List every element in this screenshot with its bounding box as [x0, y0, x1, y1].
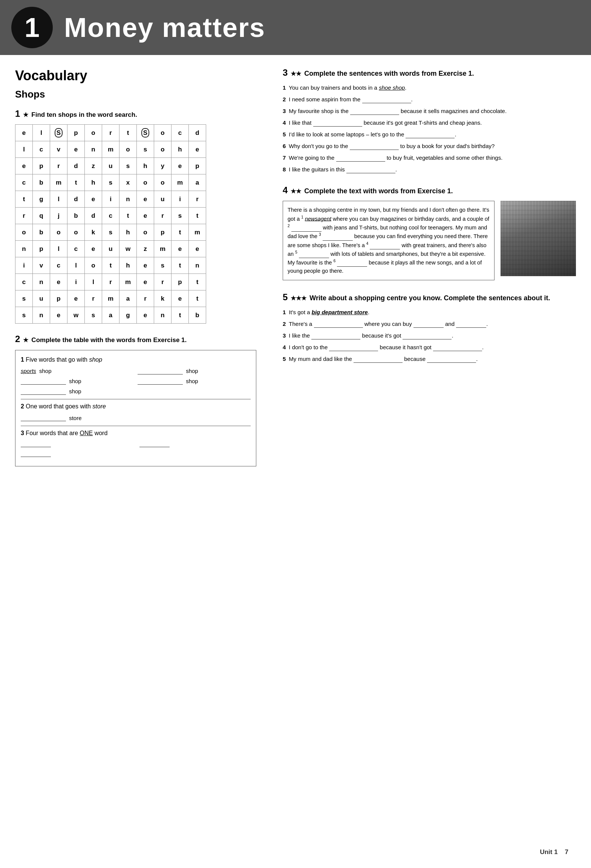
sentence-text: I like the guitars in this . — [289, 165, 576, 173]
sentence-text: I like the because it's got . — [289, 332, 576, 339]
sentence-number: 4 — [283, 119, 286, 127]
exercise-5-sentences: 1 It's got a big department store. 2 The… — [283, 308, 576, 363]
table-row: s u p e r m a r k e t — [15, 290, 206, 307]
store-row: store — [21, 414, 251, 422]
section3: 3 Four words that are ONE word — [21, 426, 251, 457]
sentence-text: I'd like to look at some laptops – let's… — [289, 130, 576, 138]
sentence-number: 2 — [283, 320, 286, 328]
exercise-3-label: 3 ★★ Complete the sentences with words f… — [283, 66, 576, 79]
shop-row-2: shop shop — [21, 377, 251, 385]
blank — [311, 333, 360, 339]
grid-cell: l — [85, 274, 102, 290]
shop-cell-3: shop — [21, 387, 251, 395]
grid-cell: o — [154, 174, 171, 191]
vocabulary-heading: Vocabulary — [15, 66, 256, 85]
grid-cell: p — [189, 158, 206, 174]
grid-cell: m — [50, 174, 67, 191]
list-item: 2 I need some aspirin from the . — [283, 95, 576, 103]
grid-cell: e — [137, 307, 154, 324]
grid-cell: s — [15, 290, 33, 307]
grid-cell: n — [119, 191, 137, 208]
grid-cell: o — [154, 141, 171, 158]
sentence-text: My favourite shop is the because it sell… — [289, 107, 576, 115]
grid-cell: g — [33, 191, 50, 208]
exercise-2: 2 ★ Complete the table with the words fr… — [15, 333, 256, 466]
grid-cell: t — [189, 208, 206, 224]
exercise-1: 1 ★ Find ten shops in the word search. e… — [15, 107, 256, 324]
grid-cell: x — [119, 174, 137, 191]
grid-cell: s — [85, 307, 102, 324]
exercise-5-title: Write about a shopping centre you know. … — [309, 293, 550, 303]
exercise-4-label: 4 ★★ Complete the text with words from E… — [283, 184, 576, 197]
grid-cell: n — [33, 307, 50, 324]
table-row: o b o o k s h o p t m — [15, 224, 206, 241]
exercise-4-number: 4 — [283, 184, 288, 197]
section2-title: 2 One word that goes with store — [21, 402, 251, 411]
sentence-number: 8 — [283, 165, 286, 173]
blank — [403, 333, 452, 339]
blank — [313, 120, 362, 127]
grid-cell: e — [67, 290, 85, 307]
grid-cell: r — [189, 191, 206, 208]
grid-cell: d — [67, 191, 85, 208]
superscript-6: 6 — [334, 259, 336, 263]
grid-cell: d — [189, 125, 206, 141]
blank — [329, 344, 378, 351]
grid-cell: c — [33, 141, 50, 158]
circled-cell: S — [55, 128, 63, 138]
blank-line — [138, 378, 183, 385]
grid-cell: t — [189, 274, 206, 290]
answer-department-store: big department store — [312, 309, 368, 315]
exercise-5: 5 ★★★ Write about a shopping centre you … — [283, 291, 576, 363]
grid-cell: u — [102, 158, 119, 174]
exercise-4-stars: ★★ — [291, 187, 301, 196]
blank — [433, 344, 482, 351]
grid-cell: n — [85, 141, 102, 158]
grid-cell: S — [50, 125, 67, 141]
grid-cell: y — [154, 158, 171, 174]
blank — [291, 225, 322, 232]
grid-cell: s — [102, 224, 119, 241]
grid-cell: o — [137, 174, 154, 191]
grid-cell: z — [85, 158, 102, 174]
chapter-number: 1 — [24, 9, 40, 47]
grid-cell: p — [171, 274, 189, 290]
exercise-3-stars: ★★ — [291, 70, 301, 78]
grid-cell: l — [15, 141, 33, 158]
section3-title: 3 Four words that are ONE word — [21, 429, 251, 437]
table-row: r q j b d c t e r s t — [15, 208, 206, 224]
sentence-text: My mum and dad like the because . — [289, 355, 576, 363]
grid-cell: a — [189, 174, 206, 191]
blank — [299, 251, 329, 258]
list-item: 5 My mum and dad like the because . — [283, 355, 576, 363]
grid-cell: e — [50, 307, 67, 324]
exercise-1-star: ★ — [23, 111, 28, 119]
grid-cell: g — [119, 307, 137, 324]
grid-cell: l — [67, 257, 85, 274]
grid-cell: c — [171, 125, 189, 141]
list-item: 2 There's a where you can buy and . — [283, 320, 576, 328]
page: 1 Money matters Vocabulary Shops 1 ★ Fin… — [0, 0, 591, 868]
table-row: s n e w s a g e n t b — [15, 307, 206, 324]
grid-cell: e — [67, 141, 85, 158]
exercise-5-number: 5 — [283, 291, 288, 304]
grid-cell: q — [33, 208, 50, 224]
grid-cell: k — [85, 224, 102, 241]
grid-cell: c — [102, 208, 119, 224]
exercise-4-text-box: There is a shopping centre in my town, b… — [283, 201, 495, 280]
blank — [427, 356, 476, 363]
exercise-4-title: Complete the text with words from Exerci… — [304, 186, 453, 196]
grid-cell: e — [189, 241, 206, 257]
grid-cell: b — [67, 208, 85, 224]
grid-cell: t — [102, 257, 119, 274]
sentence-text: I don't go to the because it hasn't got … — [289, 343, 576, 351]
sentence-number: 1 — [283, 84, 286, 92]
blank-line-store — [21, 414, 66, 421]
exercise-1-label: 1 ★ Find ten shops in the word search. — [15, 107, 256, 120]
grid-cell: o — [85, 125, 102, 141]
grid-cell: e — [85, 241, 102, 257]
grid-cell: c — [15, 274, 33, 290]
list-item: 4 I don't go to the because it hasn't go… — [283, 343, 576, 351]
answer-text: shoe shop — [379, 84, 405, 91]
exercise-3-sentences: 1 You can buy trainers and boots in a sh… — [283, 84, 576, 173]
